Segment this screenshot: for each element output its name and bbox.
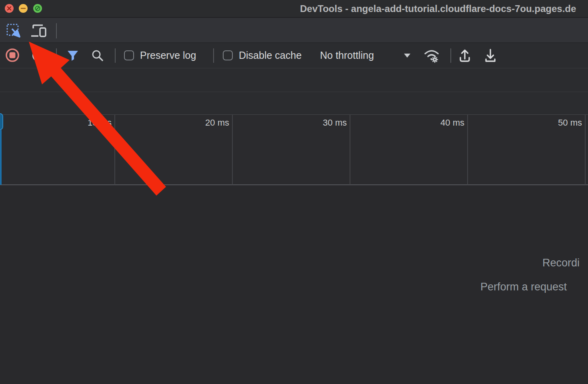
funnel-icon (66, 49, 79, 62)
fullscreen-window-button[interactable] (33, 4, 42, 13)
timeline-tick-20ms: 20 ms (193, 118, 229, 128)
preserve-log-checkbox[interactable] (124, 50, 134, 60)
download-icon (484, 48, 497, 63)
toolbar-separator (115, 48, 116, 63)
toolbar-separator (56, 48, 57, 63)
chevron-down-icon (404, 53, 411, 58)
timeline-tick-10ms: 10 ms (76, 118, 112, 128)
filter-toggle-button[interactable] (66, 49, 79, 62)
inspect-cursor-icon (6, 23, 22, 38)
network-conditions-button[interactable] (424, 48, 440, 64)
empty-state-recording-text: Recordi (542, 257, 580, 269)
device-toolbar-icon (30, 23, 48, 39)
inspect-element-button[interactable] (6, 23, 22, 38)
throttling-caret[interactable] (404, 53, 411, 58)
timeline-gridline (467, 114, 468, 185)
clear-icon (32, 50, 44, 62)
toolbar-separator (213, 48, 214, 63)
clear-network-log-button[interactable] (32, 50, 44, 62)
empty-state-hint-text: Perform a request (480, 281, 567, 293)
record-network-log-button[interactable] (5, 48, 20, 62)
record-stop-icon (5, 48, 20, 62)
request-filter-row: Blocked requests 3rd-party requests (0, 92, 588, 114)
close-icon (5, 4, 14, 13)
import-har-button[interactable] (458, 48, 472, 63)
toolbar-separator (450, 48, 451, 63)
wifi-gear-icon (424, 48, 440, 64)
timeline-gridline (585, 114, 586, 185)
toggle-device-toolbar-button[interactable] (30, 23, 48, 39)
timeline-gridline (350, 114, 350, 185)
upload-icon (458, 48, 472, 63)
timeline-gridline (232, 114, 233, 185)
export-har-button[interactable] (484, 48, 497, 63)
devtools-tabbar: Console Network Sources Performance Memo… (0, 18, 588, 43)
throttling-select[interactable]: No throttling (320, 50, 374, 61)
timeline-event-marker-line (0, 130, 2, 185)
window-titlebar: DevTools - angela-add-tutorial.cloudflar… (0, 0, 588, 18)
timeline-tick-40ms: 40 ms (428, 118, 464, 128)
preserve-log-label[interactable]: Preserve log (140, 50, 196, 61)
tabbar-separator (56, 23, 57, 38)
network-toolbar: Preserve log Disable cache No throttling (0, 43, 588, 68)
request-table-empty-area: Recordi Perform a request (0, 186, 588, 384)
search-icon (91, 49, 104, 62)
minimize-icon (19, 4, 28, 13)
close-window-button[interactable] (5, 4, 14, 13)
disable-cache-label[interactable]: Disable cache (239, 50, 302, 61)
fullscreen-icon (33, 4, 42, 13)
search-button[interactable] (91, 49, 104, 62)
timeline-tick-30ms: 30 ms (311, 118, 347, 128)
timeline-gridline (114, 114, 115, 185)
minimize-window-button[interactable] (19, 4, 28, 13)
timeline-event-marker (0, 113, 3, 130)
disable-cache-checkbox[interactable] (223, 50, 233, 60)
network-filter-row: Invert Hide data URLs Hide extension URL… (0, 68, 588, 92)
timeline-tick-50ms: 50 ms (546, 118, 582, 128)
window-title: DevTools - angela-add-tutorial.cloudflar… (300, 3, 576, 14)
